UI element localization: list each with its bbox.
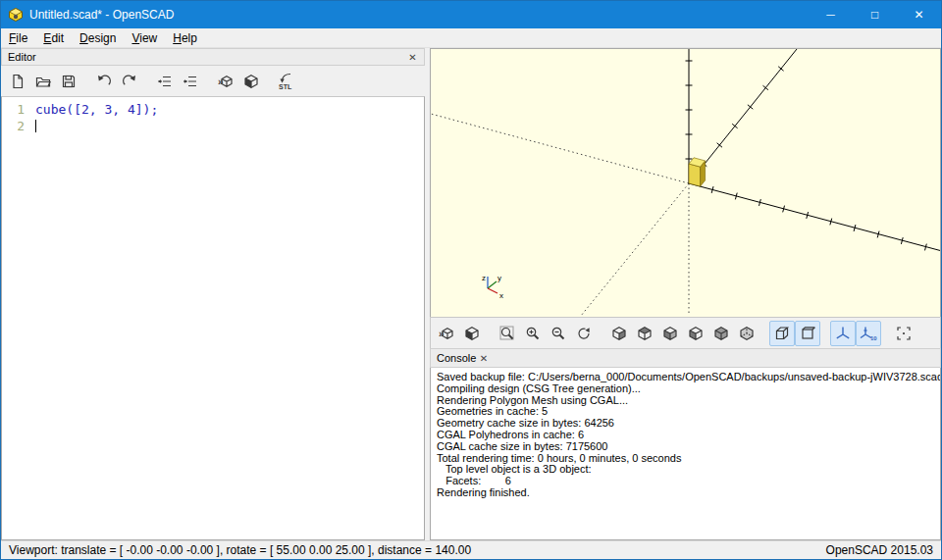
axis-z-label: z [482, 274, 486, 282]
editor-panel: Editor ✕ [1, 48, 425, 540]
show-scale-markers-button[interactable]: 10 [856, 321, 881, 346]
perspective-button[interactable] [769, 321, 795, 346]
view-front-icon [713, 326, 729, 341]
svg-text:10: 10 [870, 335, 877, 341]
show-crosshairs-icon [896, 326, 912, 341]
reset-view-button[interactable] [571, 321, 597, 346]
editor-panel-title: Editor [8, 51, 405, 63]
reset-view-icon [576, 326, 592, 341]
open-file-button[interactable] [30, 69, 56, 94]
view-back-icon [739, 326, 755, 341]
console-line: Compiling design (CSG Tree generation)..… [437, 383, 934, 395]
show-scale-markers-icon: 10 [860, 326, 877, 341]
menu-edit[interactable]: Edit [35, 28, 72, 47]
axis-x-label: x [499, 291, 503, 300]
menu-edit-label: Edit [43, 31, 64, 45]
code-line-1: cube([2, 3, 4]); [35, 101, 424, 118]
console-close-button[interactable]: ✕ [476, 351, 491, 366]
view-right-icon [611, 326, 627, 341]
orthogonal-icon [800, 326, 815, 341]
code-editor[interactable]: 1 2 cube([2, 3, 4]); [1, 96, 425, 540]
view-left-button[interactable] [683, 321, 708, 346]
console-panel-title: Console [437, 352, 476, 364]
main-area: Editor ✕ [1, 48, 941, 540]
console-line: CGAL Polyhedrons in cache: 6 [437, 430, 934, 441]
view-left-icon [688, 326, 704, 341]
menu-view[interactable]: View [124, 28, 165, 47]
viewport-status-text: Viewport: translate = [ -0.00 -0.00 -0.0… [9, 543, 471, 557]
svg-text:STL: STL [279, 83, 292, 90]
axis-y-label: y [497, 274, 501, 282]
title-bar: Untitled.scad* - OpenSCAD ─ □ ✕ [1, 1, 941, 28]
indent-button[interactable] [178, 69, 203, 94]
undo-button[interactable] [91, 69, 117, 94]
console-panel-header: Console ✕ [430, 348, 941, 368]
menu-design[interactable]: Design [72, 28, 124, 47]
export-stl-icon: STL [277, 73, 296, 90]
view-top-icon [637, 326, 653, 341]
line-number: 1 [2, 101, 25, 118]
zoom-out-icon [550, 326, 566, 341]
right-column: z y x » [430, 48, 941, 540]
new-file-button[interactable] [5, 69, 30, 94]
status-bar: Viewport: translate = [ -0.00 -0.00 -0.0… [1, 540, 941, 559]
show-axes-button[interactable] [830, 321, 856, 346]
positive-axes [689, 49, 941, 251]
negative-axes [431, 114, 689, 316]
new-file-icon [10, 74, 26, 89]
preview-icon: » [218, 74, 234, 89]
view-bottom-button[interactable] [657, 321, 683, 346]
close-button[interactable]: ✕ [897, 1, 941, 28]
app-icon [8, 7, 24, 23]
export-stl-button[interactable]: STL [274, 69, 299, 94]
scale-ticks [686, 61, 927, 250]
code-lines: cube([2, 3, 4]); [31, 97, 424, 539]
menu-file-label: File [9, 31, 27, 45]
render-icon [464, 326, 480, 341]
open-folder-icon [35, 74, 51, 89]
maximize-button[interactable]: □ [853, 1, 897, 28]
preview-icon: » [439, 326, 454, 341]
text-caret [35, 120, 36, 132]
view-top-button[interactable] [632, 321, 657, 346]
view-bottom-icon [662, 326, 678, 341]
preview-button[interactable]: » [213, 69, 238, 94]
code-line-2 [35, 118, 424, 134]
minimize-button[interactable]: ─ [809, 1, 853, 28]
render-button[interactable] [238, 69, 264, 94]
console-output[interactable]: Saved backup file: C:/Users/berna_000/Do… [430, 368, 941, 540]
menu-file[interactable]: File [1, 28, 35, 47]
menu-help[interactable]: Help [165, 28, 205, 47]
perspective-icon [774, 326, 790, 341]
editor-panel-header: Editor ✕ [1, 48, 425, 66]
openscad-window: Untitled.scad* - OpenSCAD ─ □ ✕ File Edi… [0, 0, 942, 560]
view-toolbar: » [430, 317, 941, 348]
console-line: Rendering finished. [437, 487, 934, 499]
editor-close-button[interactable]: ✕ [405, 50, 420, 65]
redo-button[interactable] [117, 69, 142, 94]
unindent-button[interactable] [152, 69, 178, 94]
view-front-button[interactable] [708, 321, 734, 346]
orthogonal-button[interactable] [795, 321, 820, 346]
menu-bar: File Edit Design View Help [1, 28, 941, 48]
zoom-in-button[interactable] [520, 321, 546, 346]
menu-help-label: Help [173, 31, 197, 45]
save-button[interactable] [56, 69, 81, 94]
3d-viewport[interactable]: z y x [430, 48, 941, 317]
zoom-in-icon [525, 326, 541, 341]
svg-text:»: » [439, 329, 445, 339]
render-button-2[interactable] [459, 321, 485, 346]
menu-view-label: View [131, 31, 157, 45]
view-back-button[interactable] [734, 321, 759, 346]
svg-text:»: » [218, 76, 224, 87]
view-right-button[interactable] [606, 321, 632, 346]
render-icon [243, 74, 259, 89]
zoom-all-button[interactable] [495, 321, 520, 346]
preview-button-2[interactable]: » [434, 321, 459, 346]
zoom-out-button[interactable] [546, 321, 571, 346]
show-crosshairs-button[interactable] [891, 321, 916, 346]
editor-toolbar: » STL [1, 66, 425, 96]
3d-scene: z y x [431, 49, 941, 316]
console-line: Top level object is a 3D object: [437, 464, 934, 476]
unindent-icon [157, 74, 173, 89]
